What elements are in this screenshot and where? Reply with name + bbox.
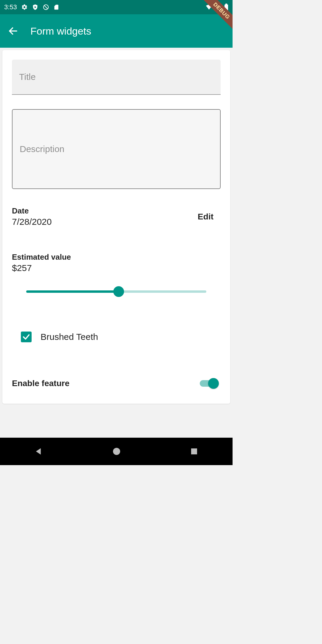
brushed-teeth-checkbox[interactable]	[21, 332, 32, 342]
app-bar: Form widgets DEBUG	[0, 14, 233, 48]
svg-rect-5	[191, 448, 197, 454]
enable-feature-switch[interactable]	[200, 377, 218, 389]
status-bar: 3:53	[0, 0, 233, 14]
nav-back-button[interactable]	[34, 447, 44, 456]
gear-icon	[21, 4, 28, 10]
estimated-value: $257	[12, 263, 221, 273]
page-title: Form widgets	[30, 25, 91, 37]
value-slider[interactable]	[26, 286, 206, 297]
switch-thumb	[208, 378, 219, 389]
nav-home-button[interactable]	[112, 447, 121, 456]
form-card: Title Description Date 7/28/2020 Edit Es…	[2, 50, 230, 404]
content-area: Title Description Date 7/28/2020 Edit Es…	[0, 48, 233, 438]
description-field[interactable]: Description	[12, 109, 221, 189]
description-placeholder: Description	[20, 144, 64, 154]
edit-date-button[interactable]: Edit	[198, 212, 221, 222]
date-value: 7/28/2020	[12, 217, 52, 227]
slider-thumb[interactable]	[113, 286, 124, 297]
no-sync-icon	[43, 4, 49, 10]
svg-rect-2	[225, 4, 227, 4]
slider-track-active	[26, 290, 119, 293]
enable-feature-row: Enable feature	[12, 377, 221, 389]
sd-card-icon	[53, 4, 59, 10]
title-placeholder: Title	[19, 72, 36, 82]
estimated-label: Estimated value	[12, 253, 221, 262]
brushed-teeth-row[interactable]: Brushed Teeth	[12, 332, 221, 342]
nav-recent-button[interactable]	[190, 447, 199, 456]
date-label: Date	[12, 206, 52, 216]
back-button[interactable]	[6, 24, 20, 38]
system-nav-bar	[0, 438, 233, 465]
shield-play-icon	[32, 4, 38, 10]
triangle-left-icon	[34, 447, 44, 456]
date-row: Date 7/28/2020 Edit	[12, 206, 221, 227]
estimated-block: Estimated value $257	[12, 253, 221, 297]
svg-point-4	[113, 448, 120, 455]
check-icon	[22, 333, 30, 341]
enable-feature-label: Enable feature	[12, 379, 69, 388]
status-time: 3:53	[4, 3, 17, 11]
arrow-left-icon	[8, 26, 18, 36]
square-icon	[190, 447, 199, 456]
brushed-teeth-label: Brushed Teeth	[41, 332, 98, 342]
circle-icon	[112, 447, 121, 456]
title-field[interactable]: Title	[12, 60, 221, 95]
